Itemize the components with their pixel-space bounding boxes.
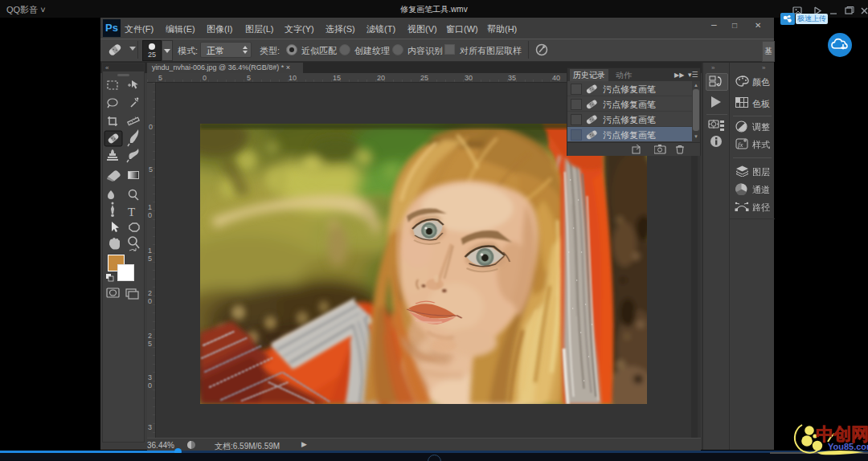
svg-text:You85.com: You85.com [828,442,868,451]
svg-text:«: « [105,64,109,71]
svg-text:fx: fx [738,141,743,149]
svg-text:T: T [128,206,135,218]
